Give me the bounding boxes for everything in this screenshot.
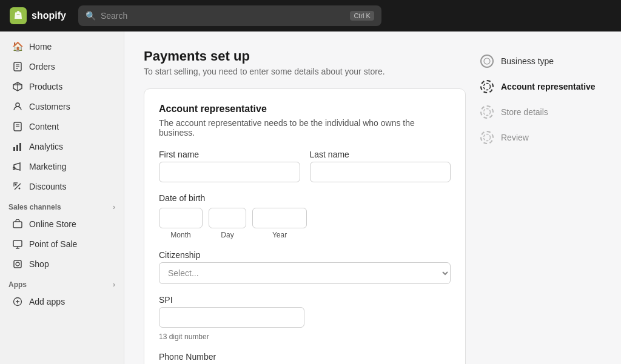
sidebar-item-add-apps[interactable]: Add apps	[4, 292, 120, 311]
shop-icon	[12, 259, 23, 270]
sidebar-item-online-store[interactable]: Online Store	[4, 214, 120, 234]
month-input[interactable]	[159, 208, 203, 228]
svg-point-28	[484, 58, 490, 64]
marketing-icon	[12, 161, 23, 172]
step-account-rep-circle	[480, 80, 494, 93]
sidebar-item-content[interactable]: Content	[4, 117, 120, 136]
sidebar-item-label: Marketing	[29, 162, 66, 171]
svg-point-30	[484, 109, 491, 116]
page-title: Payments set up	[144, 48, 466, 64]
day-input[interactable]	[209, 208, 246, 228]
sidebar-item-label: Online Store	[29, 219, 76, 229]
step-account-rep-label: Account representative	[501, 82, 596, 91]
form-area: Payments set up To start selling, you ne…	[144, 48, 466, 347]
point-of-sale-icon	[12, 239, 23, 250]
svg-rect-0	[17, 14, 20, 15]
top-navigation: shopify 🔍 Ctrl K	[0, 0, 621, 31]
dob-inputs: Month Day Year	[159, 208, 451, 239]
home-icon: 🏠	[12, 41, 23, 52]
sidebar-item-label: Add apps	[29, 297, 65, 306]
chevron-icon: ›	[113, 203, 115, 211]
sidebar-item-label: Customers	[29, 102, 70, 111]
sidebar-item-orders[interactable]: Orders	[4, 57, 120, 76]
svg-rect-20	[13, 240, 22, 247]
svg-point-16	[15, 184, 17, 186]
form-section-title: Account representative	[159, 104, 451, 114]
sidebar-item-analytics[interactable]: Analytics	[4, 137, 120, 156]
step-business-type[interactable]: Business type	[480, 48, 602, 74]
sidebar-item-products[interactable]: Products	[4, 77, 120, 96]
first-name-group: First name	[159, 150, 300, 182]
shopify-bag-icon	[10, 7, 27, 24]
spi-hint: 13 digit number	[159, 333, 451, 341]
first-name-input[interactable]	[159, 162, 300, 182]
step-account-rep[interactable]: Account representative	[480, 74, 602, 99]
sidebar-item-home[interactable]: 🏠 Home	[4, 37, 120, 56]
sidebar-item-marketing[interactable]: Marketing	[4, 157, 120, 176]
page-subtitle: To start selling, you need to enter some…	[144, 67, 466, 76]
month-subgroup: Month	[159, 208, 203, 239]
last-name-label: Last name	[310, 150, 451, 159]
sidebar-item-customers[interactable]: Customers	[4, 97, 120, 116]
sidebar-item-label: Point of Sale	[29, 239, 77, 249]
sidebar-item-shop[interactable]: Shop	[4, 254, 120, 274]
search-shortcut: Ctrl K	[350, 11, 374, 21]
first-name-label: First name	[159, 150, 300, 159]
last-name-group: Last name	[310, 150, 451, 182]
dob-group: Date of birth Month Day Year	[159, 193, 451, 239]
step-store-details[interactable]: Store details	[480, 99, 602, 125]
sidebar-item-point-of-sale[interactable]: Point of Sale	[4, 234, 120, 254]
phone-label: Phone Number	[159, 352, 451, 362]
last-name-input[interactable]	[310, 162, 451, 182]
step-review-label: Review	[501, 133, 529, 142]
products-icon	[12, 81, 23, 92]
step-store-details-label: Store details	[501, 107, 548, 117]
svg-point-24	[16, 262, 19, 266]
citizenship-label: Citizenship	[159, 250, 451, 260]
sidebar-item-label: Orders	[29, 62, 55, 71]
svg-point-31	[484, 134, 491, 141]
apps-chevron-icon: ›	[113, 280, 115, 289]
sidebar-item-label: Products	[29, 82, 62, 91]
stepper-sidebar: Business type Account representative Sto…	[480, 48, 602, 347]
step-business-type-circle	[480, 55, 494, 68]
search-icon: 🔍	[86, 11, 96, 21]
spi-label: SPI	[159, 295, 451, 305]
main-content: Payments set up To start selling, you ne…	[124, 31, 621, 364]
sidebar-item-label: Home	[29, 42, 52, 51]
orders-icon	[12, 61, 23, 72]
svg-rect-14	[19, 143, 21, 151]
svg-rect-12	[13, 147, 15, 151]
svg-rect-23	[14, 260, 21, 268]
search-input[interactable]	[101, 11, 346, 21]
analytics-icon	[12, 141, 23, 152]
sidebar-item-label: Analytics	[29, 142, 63, 151]
year-subgroup: Year	[252, 208, 307, 239]
add-apps-icon	[12, 296, 23, 307]
year-input[interactable]	[252, 208, 307, 228]
step-review-circle	[480, 131, 494, 144]
svg-point-29	[484, 84, 491, 90]
step-review[interactable]: Review	[480, 125, 602, 150]
year-label: Year	[252, 231, 307, 239]
spi-input[interactable]	[159, 307, 304, 328]
discounts-icon	[12, 181, 23, 192]
sidebar-item-label: Content	[29, 122, 59, 131]
form-section-desc: The account representative needs to be t…	[159, 118, 451, 137]
citizenship-select[interactable]: Select...	[159, 262, 451, 284]
sidebar-item-discounts[interactable]: Discounts	[4, 177, 120, 196]
citizenship-group: Citizenship Select...	[159, 250, 451, 284]
apps-header: Apps ›	[0, 274, 124, 291]
day-label: Day	[209, 231, 246, 239]
sidebar: 🏠 Home Orders Products Customers Cont	[0, 31, 124, 364]
svg-rect-19	[13, 222, 22, 228]
customers-icon	[12, 101, 23, 112]
brand-logo[interactable]: shopify	[10, 7, 66, 24]
search-bar[interactable]: 🔍 Ctrl K	[78, 5, 381, 26]
online-store-icon	[12, 219, 23, 230]
name-row: First name Last name	[159, 150, 451, 182]
sidebar-item-label: Discounts	[29, 182, 66, 191]
svg-point-17	[19, 188, 21, 190]
phone-group: Phone Number ⌃⌄	[159, 352, 451, 364]
account-rep-card: Account representative The account repre…	[144, 88, 466, 364]
